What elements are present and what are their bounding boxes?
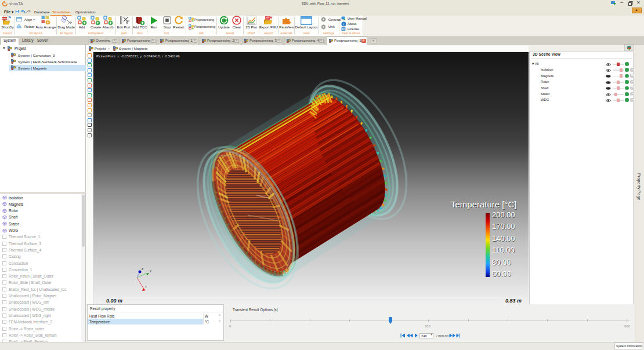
svg-text:110.00: 110.00 [492,246,515,254]
svg-text:0.53 m: 0.53 m [505,298,522,304]
svg-text:140.00: 140.00 [492,234,515,243]
svg-text:0.00 m: 0.00 m [106,298,122,304]
svg-text:170.00: 170.00 [492,222,515,231]
svg-text:i: i [343,22,345,26]
svg-text:z: z [141,267,143,271]
svg-text:200.00: 200.00 [492,210,515,219]
svg-text:50.00: 50.00 [492,269,511,278]
svg-text:Temperature [°C]: Temperature [°C] [451,199,517,209]
svg-text:80.00: 80.00 [492,258,511,267]
svg-text:Picked Point: x: -0.0595231, y: Picked Point: x: -0.0595231, y: 0.074641… [96,54,179,58]
